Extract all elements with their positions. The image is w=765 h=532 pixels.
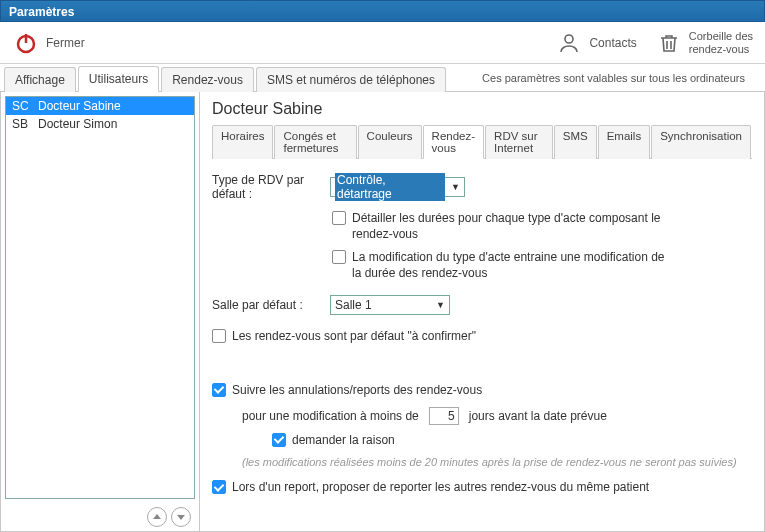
checkbox-default-confirm[interactable]	[212, 329, 226, 343]
checkbox-modif-duration[interactable]	[332, 250, 346, 264]
svg-point-2	[565, 35, 573, 43]
trash-button[interactable]: Corbeille des rendez-vous	[655, 29, 753, 57]
rdvtype-value: Contrôle, détartrage	[335, 173, 445, 201]
tab-sms[interactable]: SMS et numéros de téléphones	[256, 67, 446, 92]
sub-tabstrip: Horaires Congés et fermetures Couleurs R…	[212, 124, 752, 159]
rdvtype-label: Type de RDV par défaut :	[212, 173, 322, 201]
subtab-rendezvous[interactable]: Rendez-vous	[423, 125, 484, 159]
track-sub-text-a: pour une modification à moins de	[242, 409, 419, 423]
subtab-rdv-internet[interactable]: RDV sur Internet	[485, 125, 553, 159]
trash-icon	[655, 29, 683, 57]
subtab-couleurs[interactable]: Couleurs	[358, 125, 422, 159]
window-title: Paramètres	[9, 5, 74, 19]
tabstrip-note: Ces paramètres sont valables sur tous le…	[482, 72, 745, 84]
subtab-sms[interactable]: SMS	[554, 125, 597, 159]
person-icon	[555, 29, 583, 57]
checkbox-track-cancellations[interactable]	[212, 383, 226, 397]
trash-label-1: Corbeille des	[689, 30, 753, 42]
checkbox-detail-durations[interactable]	[332, 211, 346, 225]
label-track-cancellations: Suivre les annulations/reports des rende…	[232, 383, 482, 399]
contacts-button[interactable]: Contacts	[555, 29, 636, 57]
subtab-conges[interactable]: Congés et fermetures	[274, 125, 356, 159]
tab-affichage[interactable]: Affichage	[4, 67, 76, 92]
user-name: Docteur Simon	[38, 117, 117, 131]
user-code: SC	[12, 99, 38, 113]
tab-rendezvous[interactable]: Rendez-vous	[161, 67, 254, 92]
move-down-button[interactable]	[171, 507, 191, 527]
subtab-emails[interactable]: Emails	[598, 125, 651, 159]
move-up-button[interactable]	[147, 507, 167, 527]
room-value: Salle 1	[335, 298, 372, 312]
chevron-down-icon: ▼	[436, 300, 445, 310]
days-input[interactable]: 5	[429, 407, 459, 425]
user-sidebar: SC Docteur Sabine SB Docteur Simon	[0, 92, 200, 532]
power-icon	[12, 29, 40, 57]
user-row[interactable]: SB Docteur Simon	[6, 115, 194, 133]
subtab-horaires[interactable]: Horaires	[212, 125, 273, 159]
main-panel: Docteur Sabine Horaires Congés et fermet…	[200, 92, 765, 532]
close-button[interactable]: Fermer	[12, 29, 85, 57]
page-title: Docteur Sabine	[212, 100, 752, 118]
label-modif-duration: La modification du type d'acte entraine …	[352, 250, 672, 281]
label-detail-durations: Détailler les durées pour chaque type d'…	[352, 211, 672, 242]
toolbar: Fermer Contacts Corbeille des rendez-vou…	[0, 22, 765, 64]
user-list[interactable]: SC Docteur Sabine SB Docteur Simon	[5, 96, 195, 499]
chevron-down-icon: ▼	[451, 182, 460, 192]
track-hint: (les modifications réalisées moins de 20…	[242, 456, 752, 468]
user-name: Docteur Sabine	[38, 99, 121, 113]
track-sub-text-b: jours avant la date prévue	[469, 409, 607, 423]
label-propose-report: Lors d'un report, proposer de reporter l…	[232, 480, 649, 496]
user-code: SB	[12, 117, 38, 131]
rdvtype-select[interactable]: Contrôle, détartrage ▼	[330, 177, 465, 197]
trash-label-2: rendez-vous	[689, 43, 753, 55]
subtab-sync[interactable]: Synchronisation	[651, 125, 751, 159]
main-tabstrip: Affichage Utilisateurs Rendez-vous SMS e…	[0, 64, 765, 92]
close-label: Fermer	[46, 36, 85, 50]
user-row[interactable]: SC Docteur Sabine	[6, 97, 194, 115]
tab-utilisateurs[interactable]: Utilisateurs	[78, 66, 159, 92]
window-titlebar: Paramètres	[0, 0, 765, 22]
checkbox-ask-reason[interactable]	[272, 433, 286, 447]
room-select[interactable]: Salle 1 ▼	[330, 295, 450, 315]
contacts-label: Contacts	[589, 36, 636, 50]
label-default-confirm: Les rendez-vous sont par défaut "à confi…	[232, 329, 476, 345]
checkbox-propose-report[interactable]	[212, 480, 226, 494]
room-label: Salle par défaut :	[212, 298, 322, 312]
label-ask-reason: demander la raison	[292, 433, 395, 449]
